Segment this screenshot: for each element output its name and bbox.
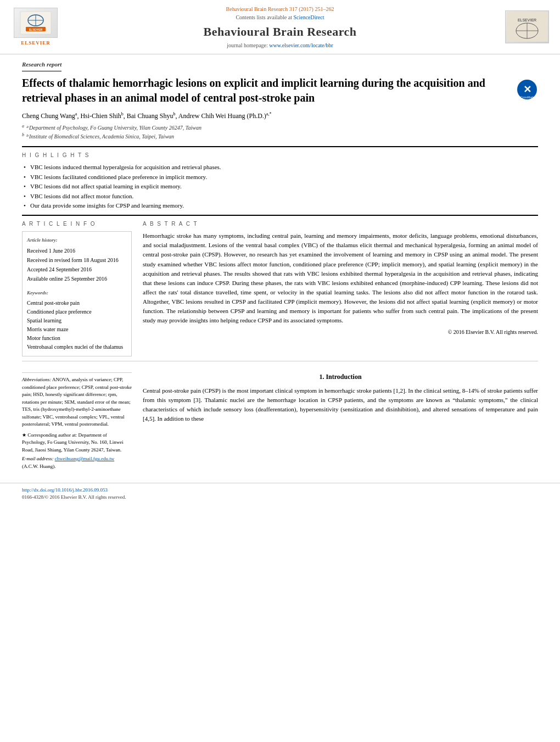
introduction-heading: 1. Introduction: [143, 372, 538, 382]
journal-right-logo: ELSEVIER: [500, 10, 549, 43]
email-link[interactable]: chweihuang@mail.fgu.edu.tw: [55, 456, 115, 461]
introduction-section: Abbreviations: ANOVA, analysis of varian…: [22, 372, 538, 472]
article-info-box: Article history: Received 1 June 2016 Re…: [22, 231, 132, 356]
crossmark-logo: ✕ CrossMark: [516, 79, 538, 101]
contents-available-text: Contents lists available at: [236, 14, 292, 20]
keywords-section: Keywords: Central post-stroke pain Condi…: [27, 289, 127, 352]
abbreviations-label: Abbreviations:: [22, 377, 51, 382]
doi-link[interactable]: http://dx.doi.org/10.1016/j.bbr.2016.09.…: [22, 487, 108, 493]
email-label: E-mail address:: [22, 456, 53, 461]
sciencedirect-link[interactable]: ScienceDirect: [293, 14, 324, 20]
author-sup-a2: a,*: [266, 111, 272, 116]
elsevier-right-image: ELSEVIER: [505, 10, 549, 43]
accepted-date: Accepted 24 September 2016: [27, 265, 127, 274]
article-info-abstract-area: A R T I C L E I N F O Article history: R…: [22, 220, 538, 356]
keyword-4: Morris water maze: [27, 325, 127, 334]
journal-citation-link[interactable]: Behavioural Brain Research 317 (2017) 25…: [226, 6, 334, 12]
article-info-heading: A R T I C L E I N F O: [22, 220, 132, 228]
corresponding-text: Corresponding author at: Department of P…: [22, 432, 124, 453]
keyword-5: Motor function: [27, 334, 127, 343]
highlights-list: VBC lesions induced thermal hyperalgesia…: [22, 163, 538, 210]
keywords-list: Central post-stroke pain Conditioned pla…: [27, 299, 127, 352]
keyword-1: Central post-stroke pain: [27, 299, 127, 308]
highlight-item-2: VBC lesions facilitated conditioned plac…: [22, 172, 538, 182]
keyword-3: Spatial learning: [27, 316, 127, 325]
journal-header-center: Behavioural Brain Research 317 (2017) 25…: [60, 4, 500, 49]
article-title-area: Effects of thalamic hemorrhagic lesions …: [22, 76, 538, 105]
keyword-2: Conditioned place preference: [27, 308, 127, 316]
affiliations: a ᵃ Department of Psychology, Fo Guang U…: [22, 123, 538, 141]
svg-text:ELSEVIER: ELSEVIER: [29, 28, 43, 31]
abstract-heading: A B S T R A C T: [143, 220, 538, 228]
highlight-item-1: VBC lesions induced thermal hyperalgesia…: [22, 163, 538, 172]
corresponding-author: ★ Corresponding author at: Department of…: [22, 432, 132, 454]
svg-rect-6: [507, 12, 548, 42]
journal-title: Behavioural Brain Research: [60, 24, 500, 41]
highlights-heading: H I G H L I G H T S: [22, 152, 538, 159]
abstract-text: Hemorrhagic stroke has many symptoms, in…: [143, 231, 538, 325]
divider-after-affiliations: [22, 146, 538, 147]
available-date: Available online 25 September 2016: [27, 275, 127, 283]
journal-homepage: journal homepage: www.elsevier.com/locat…: [60, 42, 500, 49]
author-sup-b1: b: [121, 111, 124, 116]
star-symbol: ★: [22, 432, 26, 438]
highlight-item-3: VBC lesions did not affect spatial learn…: [22, 182, 538, 191]
affiliation-b: b ᵇ Institute of Biomedical Sciences, Ac…: [22, 132, 538, 141]
divider-after-abstract: [22, 361, 538, 361]
author-sup-a: a: [75, 111, 77, 116]
authors-line: Cheng Chung Wanga, Hsi-Chien Shihb, Bai …: [22, 111, 538, 121]
article-type-label: Research report: [22, 60, 61, 71]
article-dates: Received 1 June 2016 Received in revised…: [27, 247, 127, 283]
svg-text:✕: ✕: [523, 84, 531, 95]
highlights-section: H I G H L I G H T S VBC lesions induced …: [22, 152, 538, 210]
abstract-column: A B S T R A C T Hemorrhagic stroke has m…: [143, 220, 538, 356]
page-footer: http://dx.doi.org/10.1016/j.bbr.2016.09.…: [0, 483, 560, 504]
introduction-text: Central post-stroke pain (CPSP) is the m…: [143, 386, 538, 423]
highlight-item-5: Our data provide some insights for CPSP …: [22, 201, 538, 210]
footnotes-box: Abbreviations: ANOVA, analysis of varian…: [22, 372, 132, 470]
received-date: Received 1 June 2016: [27, 247, 127, 255]
abstract-copyright: © 2016 Elsevier B.V. All rights reserved…: [143, 328, 538, 336]
main-content: Research report Effects of thalamic hemo…: [0, 54, 560, 478]
svg-text:CrossMark: CrossMark: [520, 96, 534, 99]
footnotes-column: Abbreviations: ANOVA, analysis of varian…: [22, 372, 132, 472]
issn-text: 0166-4328/© 2016 Elsevier B.V. All right…: [22, 494, 126, 500]
affiliation-a: a ᵃ Department of Psychology, Fo Guang U…: [22, 123, 538, 132]
article-title: Effects of thalamic hemorrhagic lesions …: [22, 76, 508, 105]
journal-citation: Behavioural Brain Research 317 (2017) 25…: [60, 4, 500, 14]
email-suffix: (A.C.W. Huang).: [22, 464, 55, 469]
highlight-item-4: VBC lesions did not affect motor functio…: [22, 192, 538, 201]
keyword-6: Ventrobasal complex nuclei of the thalam…: [27, 343, 127, 352]
journal-header: ELSEVIER ELSEVIER Behavioural Brain Rese…: [0, 0, 560, 54]
article-history-title: Article history:: [27, 236, 127, 244]
keywords-title: Keywords:: [27, 289, 127, 297]
elsevier-logo: ELSEVIER ELSEVIER: [11, 8, 60, 47]
elsevier-logo-image: ELSEVIER: [14, 8, 58, 38]
abbreviations-content: ANOVA, analysis of variance; CPP, condit…: [22, 377, 132, 427]
author-sup-b2: b: [173, 111, 175, 116]
received-revised-date: Received in revised form 18 August 2016: [27, 256, 127, 265]
article-info-column: A R T I C L E I N F O Article history: R…: [22, 220, 132, 356]
elsevier-label: ELSEVIER: [21, 40, 51, 47]
divider-after-highlights: [22, 215, 538, 216]
email-line: E-mail address: chweihuang@mail.fgu.edu.…: [22, 455, 132, 470]
svg-text:ELSEVIER: ELSEVIER: [517, 18, 536, 22]
page: ELSEVIER ELSEVIER Behavioural Brain Rese…: [0, 0, 560, 504]
homepage-link[interactable]: www.elsevier.com/locate/bbr: [269, 42, 333, 48]
introduction-text-column: 1. Introduction Central post-stroke pain…: [143, 372, 538, 472]
abbreviations-text: Abbreviations: ANOVA, analysis of varian…: [22, 376, 132, 428]
